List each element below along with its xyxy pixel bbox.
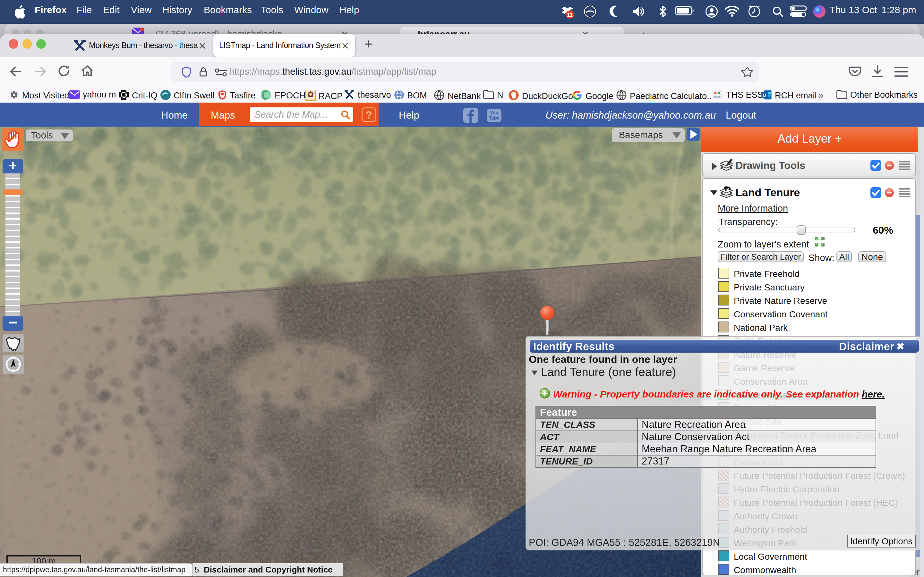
svg-text:O: O xyxy=(762,93,766,98)
svg-text:You: You xyxy=(490,110,498,115)
svg-text:Tube: Tube xyxy=(489,115,499,121)
svg-text:11: 11 xyxy=(567,12,573,18)
